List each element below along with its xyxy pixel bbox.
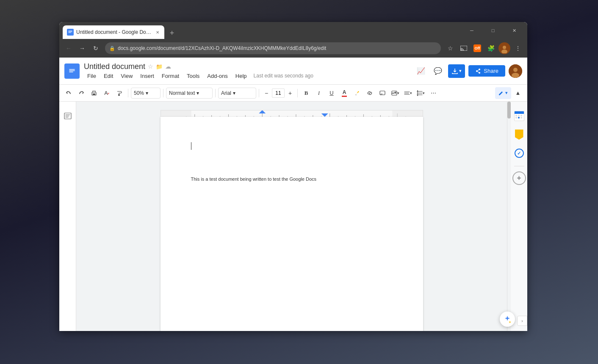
menu-format[interactable]: Format (158, 72, 183, 80)
folder-icon[interactable]: 📁 (156, 63, 163, 70)
insert-comment-button[interactable] (377, 87, 388, 99)
chrome-cast-button[interactable] (458, 42, 470, 54)
insert-link-button[interactable] (364, 87, 376, 99)
active-tab[interactable]: Untitled document - Google Doc... ✕ (63, 25, 164, 39)
tab-title: Untitled document - Google Doc... (76, 29, 152, 35)
more-options-button[interactable]: ⋯ (427, 87, 439, 99)
italic-button[interactable]: I (313, 87, 325, 99)
docs-main: This is a test document being written to… (59, 102, 527, 331)
export-button[interactable]: ▾ (448, 64, 465, 78)
refresh-button[interactable]: ↻ (90, 42, 102, 54)
url-text: docs.google.com/document/d/12XCsAzhXi-D_… (118, 45, 437, 51)
increase-font-button[interactable]: + (285, 88, 295, 98)
font-selector[interactable]: Arial ▾ (218, 88, 256, 99)
tab-close-button[interactable]: ✕ (154, 29, 161, 36)
menu-view[interactable]: View (117, 72, 136, 80)
right-tool-panel: ✓ + (512, 105, 527, 185)
comments-button[interactable]: 💬 (431, 64, 445, 78)
editing-mode-button[interactable]: ▾ (495, 87, 511, 99)
docs-canvas[interactable]: This is a test document being written to… (76, 102, 507, 331)
document-title[interactable]: Untitled document (84, 62, 145, 71)
paint-format-button[interactable] (114, 87, 125, 99)
expand-panel-button[interactable]: › (517, 316, 527, 326)
toolbar-separator-5 (297, 89, 298, 97)
minimize-button[interactable]: ─ (462, 24, 482, 37)
docs-topbar: Untitled document ☆ 📁 ☁ File Edit View I… (59, 58, 527, 85)
back-button[interactable]: ← (63, 42, 75, 54)
style-value: Normal text (169, 90, 195, 96)
menu-tools[interactable]: Tools (183, 72, 203, 80)
line-spacing-button[interactable]: ▾ (415, 87, 426, 99)
activity-button[interactable]: 📈 (414, 64, 428, 78)
toggle-toolbar-button[interactable]: ▲ (512, 87, 524, 99)
ssl-icon: 🔒 (109, 46, 115, 51)
document-page[interactable]: This is a test document being written to… (161, 117, 423, 331)
maximize-button[interactable]: □ (483, 24, 503, 37)
user-avatar[interactable] (509, 64, 522, 78)
highlight-button[interactable] (351, 87, 363, 99)
spell-check-button[interactable] (101, 87, 113, 99)
last-edit-text: Last edit was seconds ago (254, 73, 313, 79)
title-bar: Untitled document - Google Doc... ✕ + ─ … (59, 22, 527, 39)
menu-help[interactable]: Help (232, 72, 250, 80)
tab-favicon (67, 29, 74, 36)
calendar-icon (514, 111, 524, 121)
svg-rect-11 (93, 94, 95, 95)
cloud-icon[interactable]: ☁ (165, 63, 171, 70)
redo-button[interactable] (75, 87, 87, 99)
undo-button[interactable] (63, 87, 75, 99)
text-color-button[interactable]: A (338, 87, 350, 99)
zoom-selector[interactable]: 50% ▾ (131, 88, 161, 99)
vertical-scrollbar[interactable] (507, 102, 511, 331)
share-button[interactable]: Share (468, 65, 505, 77)
docs-title-area: Untitled document ☆ 📁 ☁ File Edit View I… (84, 62, 414, 80)
star-icon[interactable]: ☆ (148, 63, 153, 70)
address-bar: ← → ↻ 🔒 docs.google.com/document/d/12XCs… (59, 39, 527, 58)
scrollbar-thumb[interactable] (507, 102, 511, 119)
font-size-input[interactable] (272, 88, 285, 98)
insert-image-button[interactable]: ▾ (389, 87, 401, 99)
ai-assistant-button[interactable] (500, 312, 515, 327)
svg-point-4 (503, 46, 506, 49)
new-tab-button[interactable]: + (166, 27, 178, 39)
font-value: Arial (221, 90, 231, 96)
document-outline-button[interactable] (62, 110, 74, 122)
google-calendar-button[interactable] (512, 108, 527, 124)
underline-button[interactable]: U (326, 87, 338, 99)
decrease-font-button[interactable]: − (262, 88, 271, 98)
text-align-button[interactable]: ▾ (402, 87, 414, 99)
close-button[interactable]: ✕ (504, 24, 524, 37)
bold-button[interactable]: B (300, 87, 312, 99)
docs-sidebar (59, 102, 76, 331)
bookmark-button[interactable]: ☆ (444, 42, 456, 54)
extension-btn-1[interactable]: Off (471, 42, 483, 54)
zoom-dropdown-icon: ▾ (146, 90, 148, 96)
profile-avatar[interactable] (498, 42, 510, 54)
google-tasks-button[interactable]: ✓ (512, 146, 527, 161)
docs-title-row: Untitled document ☆ 📁 ☁ (84, 62, 414, 71)
forward-button[interactable]: → (76, 42, 88, 54)
document-text: This is a test document being written to… (191, 176, 393, 183)
font-dropdown-icon: ▾ (233, 90, 235, 96)
print-button[interactable] (88, 87, 100, 99)
toolbar-separator-3 (215, 89, 216, 97)
title-bar-actions: ─ □ ✕ (462, 24, 524, 37)
docs-logo (64, 63, 80, 79)
menu-file[interactable]: File (84, 72, 100, 80)
toolbar-right-actions: ▾ ▲ (495, 87, 524, 99)
google-keep-button[interactable] (512, 127, 527, 142)
menu-edit[interactable]: Edit (100, 72, 116, 80)
ruler (161, 110, 423, 117)
text-style-selector[interactable]: Normal text ▾ (166, 88, 213, 99)
svg-point-8 (513, 68, 518, 72)
add-tools-button[interactable]: + (512, 171, 526, 185)
svg-point-9 (512, 73, 519, 78)
chrome-menu-button[interactable]: ⋮ (512, 42, 524, 54)
url-bar[interactable]: 🔒 docs.google.com/document/d/12XCsAzhXi-… (105, 42, 441, 54)
menu-addons[interactable]: Add-ons (204, 72, 231, 80)
right-sidebar-separator (514, 166, 524, 166)
svg-rect-47 (161, 110, 191, 117)
menu-insert[interactable]: Insert (137, 72, 158, 80)
extensions-button[interactable]: 🧩 (485, 42, 497, 54)
document-content[interactable]: This is a test document being written to… (191, 142, 393, 182)
